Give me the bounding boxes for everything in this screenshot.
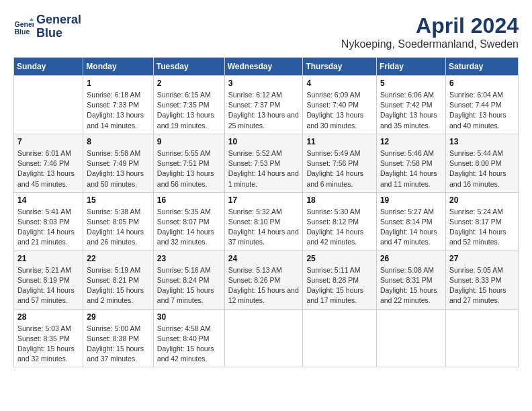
calendar-week-3: 14Sunrise: 5:41 AMSunset: 8:03 PMDayligh… [14,192,519,250]
day-number: 24 [228,254,300,263]
day-info: Sunrise: 6:06 AMSunset: 7:42 PMDaylight:… [380,90,442,131]
day-number: 20 [449,195,515,205]
day-info: Sunrise: 6:12 AMSunset: 7:37 PMDaylight:… [228,90,300,131]
calendar-cell [445,309,518,367]
calendar-table: SundayMondayTuesdayWednesdayThursdayFrid… [13,57,519,367]
day-info: Sunrise: 5:27 AMSunset: 8:14 PMDaylight:… [380,207,442,248]
calendar-cell: 29Sunrise: 5:00 AMSunset: 8:38 PMDayligh… [83,309,153,367]
calendar-cell: 24Sunrise: 5:13 AMSunset: 8:26 PMDayligh… [224,250,303,309]
day-number: 22 [87,254,149,263]
calendar-cell: 4Sunrise: 6:09 AMSunset: 7:40 PMDaylight… [303,76,377,134]
calendar-week-5: 28Sunrise: 5:03 AMSunset: 8:35 PMDayligh… [14,309,519,367]
location-subtitle: Nykoeping, Soedermanland, Sweden [341,38,519,50]
day-number: 18 [306,195,373,205]
day-number: 14 [17,195,79,205]
day-info: Sunrise: 5:19 AMSunset: 8:21 PMDaylight:… [87,265,149,306]
calendar-cell: 27Sunrise: 5:05 AMSunset: 8:33 PMDayligh… [445,250,518,309]
day-info: Sunrise: 5:21 AMSunset: 8:19 PMDaylight:… [17,265,79,306]
weekday-header-saturday: Saturday [445,58,518,76]
day-info: Sunrise: 5:11 AMSunset: 8:28 PMDaylight:… [306,265,373,306]
svg-text:Blue: Blue [15,27,30,35]
day-number: 15 [87,195,149,205]
day-number: 3 [228,79,300,88]
calendar-cell [14,76,83,134]
day-number: 28 [17,312,79,322]
day-info: Sunrise: 5:30 AMSunset: 8:12 PMDaylight:… [306,207,373,248]
weekday-header-thursday: Thursday [303,58,377,76]
svg-marker-2 [30,17,34,21]
day-number: 17 [228,195,300,205]
day-info: Sunrise: 5:49 AMSunset: 7:56 PMDaylight:… [306,148,373,189]
calendar-cell: 7Sunrise: 6:01 AMSunset: 7:46 PMDaylight… [14,134,83,192]
page-header: General Blue General Blue April 2024 Nyk… [13,13,519,50]
calendar-cell: 9Sunrise: 5:55 AMSunset: 7:51 PMDaylight… [153,134,224,192]
day-info: Sunrise: 5:52 AMSunset: 7:53 PMDaylight:… [228,148,300,189]
calendar-cell [376,309,445,367]
day-info: Sunrise: 5:08 AMSunset: 8:31 PMDaylight:… [380,265,442,306]
day-info: Sunrise: 5:58 AMSunset: 7:49 PMDaylight:… [87,148,149,189]
day-number: 29 [87,312,149,322]
day-info: Sunrise: 5:44 AMSunset: 8:00 PMDaylight:… [449,148,515,189]
day-number: 9 [157,137,221,146]
day-number: 30 [157,312,221,322]
day-info: Sunrise: 6:04 AMSunset: 7:44 PMDaylight:… [449,90,515,131]
day-number: 1 [87,79,149,88]
calendar-cell: 25Sunrise: 5:11 AMSunset: 8:28 PMDayligh… [303,250,377,309]
day-info: Sunrise: 5:13 AMSunset: 8:26 PMDaylight:… [228,265,300,306]
day-number: 23 [157,254,221,263]
calendar-cell: 19Sunrise: 5:27 AMSunset: 8:14 PMDayligh… [376,192,445,250]
day-info: Sunrise: 5:35 AMSunset: 8:07 PMDaylight:… [157,207,221,248]
day-number: 12 [380,137,442,146]
day-number: 6 [449,79,515,88]
day-number: 19 [380,195,442,205]
day-info: Sunrise: 4:58 AMSunset: 8:40 PMDaylight:… [157,324,221,365]
day-number: 4 [306,79,373,88]
calendar-cell: 2Sunrise: 6:15 AMSunset: 7:35 PMDaylight… [153,76,224,134]
calendar-cell: 8Sunrise: 5:58 AMSunset: 7:49 PMDaylight… [83,134,153,192]
calendar-cell: 10Sunrise: 5:52 AMSunset: 7:53 PMDayligh… [224,134,303,192]
day-info: Sunrise: 5:24 AMSunset: 8:17 PMDaylight:… [449,207,515,248]
day-info: Sunrise: 5:55 AMSunset: 7:51 PMDaylight:… [157,148,221,189]
logo-icon: General Blue [13,17,34,37]
day-info: Sunrise: 6:15 AMSunset: 7:35 PMDaylight:… [157,90,221,131]
calendar-cell: 23Sunrise: 5:16 AMSunset: 8:24 PMDayligh… [153,250,224,309]
calendar-cell: 22Sunrise: 5:19 AMSunset: 8:21 PMDayligh… [83,250,153,309]
weekday-header-tuesday: Tuesday [153,58,224,76]
day-info: Sunrise: 5:32 AMSunset: 8:10 PMDaylight:… [228,207,300,248]
calendar-cell: 18Sunrise: 5:30 AMSunset: 8:12 PMDayligh… [303,192,377,250]
weekday-header-wednesday: Wednesday [224,58,303,76]
calendar-cell [224,309,303,367]
month-year-title: April 2024 [341,13,519,38]
calendar-cell: 16Sunrise: 5:35 AMSunset: 8:07 PMDayligh… [153,192,224,250]
calendar-cell: 5Sunrise: 6:06 AMSunset: 7:42 PMDaylight… [376,76,445,134]
title-block: April 2024 Nykoeping, Soedermanland, Swe… [341,13,519,50]
calendar-cell: 1Sunrise: 6:18 AMSunset: 7:33 PMDaylight… [83,76,153,134]
day-info: Sunrise: 6:09 AMSunset: 7:40 PMDaylight:… [306,90,373,131]
calendar-cell: 6Sunrise: 6:04 AMSunset: 7:44 PMDaylight… [445,76,518,134]
calendar-week-2: 7Sunrise: 6:01 AMSunset: 7:46 PMDaylight… [14,134,519,192]
calendar-cell: 20Sunrise: 5:24 AMSunset: 8:17 PMDayligh… [445,192,518,250]
day-info: Sunrise: 5:05 AMSunset: 8:33 PMDaylight:… [449,265,515,306]
calendar-week-4: 21Sunrise: 5:21 AMSunset: 8:19 PMDayligh… [14,250,519,309]
day-info: Sunrise: 6:18 AMSunset: 7:33 PMDaylight:… [87,90,149,131]
day-number: 7 [17,137,79,146]
calendar-week-1: 1Sunrise: 6:18 AMSunset: 7:33 PMDaylight… [14,76,519,134]
calendar-cell: 3Sunrise: 6:12 AMSunset: 7:37 PMDaylight… [224,76,303,134]
day-info: Sunrise: 5:41 AMSunset: 8:03 PMDaylight:… [17,207,79,248]
day-info: Sunrise: 5:00 AMSunset: 8:38 PMDaylight:… [87,324,149,365]
day-number: 27 [449,254,515,263]
calendar-cell: 17Sunrise: 5:32 AMSunset: 8:10 PMDayligh… [224,192,303,250]
day-number: 16 [157,195,221,205]
calendar-cell: 28Sunrise: 5:03 AMSunset: 8:35 PMDayligh… [14,309,83,367]
calendar-cell: 14Sunrise: 5:41 AMSunset: 8:03 PMDayligh… [14,192,83,250]
weekday-header-monday: Monday [83,58,153,76]
calendar-cell: 15Sunrise: 5:38 AMSunset: 8:05 PMDayligh… [83,192,153,250]
day-info: Sunrise: 5:38 AMSunset: 8:05 PMDaylight:… [87,207,149,248]
day-number: 26 [380,254,442,263]
calendar-cell: 26Sunrise: 5:08 AMSunset: 8:31 PMDayligh… [376,250,445,309]
calendar-cell: 11Sunrise: 5:49 AMSunset: 7:56 PMDayligh… [303,134,377,192]
day-number: 25 [306,254,373,263]
calendar-cell: 13Sunrise: 5:44 AMSunset: 8:00 PMDayligh… [445,134,518,192]
day-info: Sunrise: 5:46 AMSunset: 7:58 PMDaylight:… [380,148,442,189]
day-info: Sunrise: 6:01 AMSunset: 7:46 PMDaylight:… [17,148,79,189]
